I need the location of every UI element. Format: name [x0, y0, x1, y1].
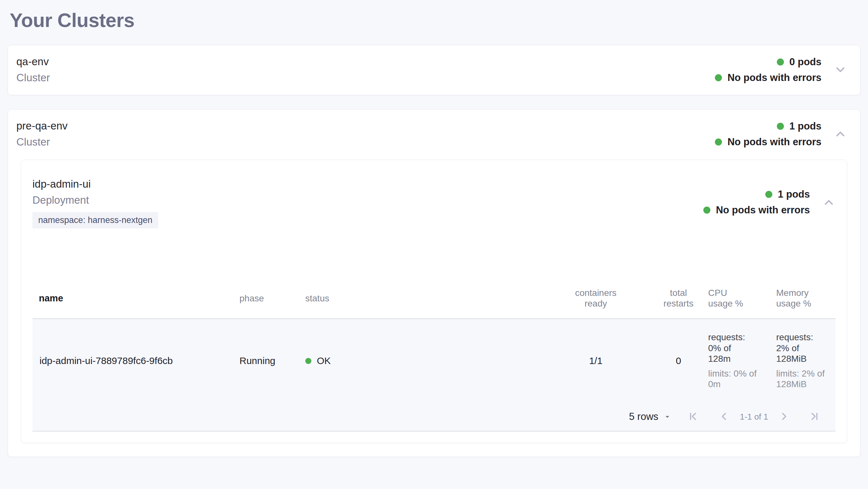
pod-containers-ready-cell: 1/1 — [543, 355, 649, 366]
rows-per-page-select[interactable]: 5 rows — [629, 411, 672, 423]
pods-count-status: 1 pods — [777, 119, 822, 134]
green-status-dot — [715, 139, 722, 146]
cluster-identity: pre-qa-env Cluster — [17, 118, 68, 150]
deployment-card-idp-admin-ui: idp-admin-ui Deployment namespace: harne… — [21, 160, 847, 443]
pods-table: name phase status containers ready total… — [32, 279, 836, 431]
table-pagination: 5 rows — [32, 403, 836, 431]
pods-errors-status: No pods with errors — [715, 70, 822, 85]
column-header-cpu-usage: CPU usage % — [708, 288, 776, 309]
cluster-name: pre-qa-env — [17, 118, 68, 134]
pod-memory-usage-cell: requests: 2% of 128MiB limits: 2% of 128… — [776, 332, 836, 390]
caret-down-icon — [663, 412, 672, 421]
cpu-limits: limits: 0% of 0m — [708, 368, 759, 390]
deployment-identity: idp-admin-ui Deployment namespace: harne… — [32, 176, 158, 228]
column-header-total-restarts: total restarts — [649, 288, 708, 309]
pod-status-cell: OK — [305, 355, 543, 366]
memory-requests: requests: 2% of 128MiB — [776, 332, 823, 364]
cpu-requests: requests: 0% of 128m — [708, 332, 755, 364]
deployment-name: idp-admin-ui — [32, 176, 158, 192]
pods-errors-label: No pods with errors — [727, 135, 822, 149]
cluster-status-summary: 1 pods No pods with errors — [715, 119, 822, 149]
chevron-up-icon[interactable] — [822, 196, 836, 209]
cluster-name: qa-env — [17, 54, 50, 70]
pagination-range-label: 1-1 of 1 — [740, 412, 768, 422]
pods-count-label: 0 pods — [789, 55, 822, 69]
previous-page-button[interactable] — [718, 410, 730, 424]
column-header-name: name — [32, 293, 240, 304]
pod-cpu-usage-cell: requests: 0% of 128m limits: 0% of 0m — [708, 332, 776, 390]
green-status-dot — [777, 58, 784, 65]
chevron-right-icon — [778, 410, 790, 424]
cluster-kind: Cluster — [17, 134, 68, 150]
chevron-down-icon[interactable] — [834, 63, 847, 77]
chevron-up-icon[interactable] — [834, 127, 847, 141]
deployment-kind: Deployment — [32, 192, 158, 208]
pods-count-status: 0 pods — [777, 55, 822, 69]
pods-count-label: 1 pods — [789, 119, 822, 134]
column-header-status: status — [305, 293, 543, 304]
pod-name-cell: idp-admin-ui-7889789fc6-9f6cb — [32, 355, 240, 366]
last-page-icon — [808, 410, 820, 424]
green-status-dot — [715, 74, 722, 81]
cluster-header-pre-qa-env[interactable]: pre-qa-env Cluster 1 pods No pods with e… — [8, 110, 860, 159]
pods-errors-label: No pods with errors — [727, 70, 822, 85]
pods-errors-label: No pods with errors — [716, 203, 810, 218]
chevron-left-icon — [718, 410, 730, 424]
first-page-icon — [687, 410, 700, 424]
pods-errors-status: No pods with errors — [703, 203, 810, 218]
cluster-card-pre-qa-env: pre-qa-env Cluster 1 pods No pods with e… — [8, 109, 860, 457]
column-header-memory-usage: Memory usage % — [776, 288, 836, 309]
green-status-dot — [703, 207, 710, 214]
pods-errors-status: No pods with errors — [715, 135, 822, 149]
pods-count-label: 1 pods — [778, 187, 810, 202]
column-header-phase: phase — [240, 293, 305, 304]
first-page-button[interactable] — [687, 410, 700, 424]
table-row: idp-admin-ui-7889789fc6-9f6cb Running OK… — [32, 319, 836, 403]
last-page-button[interactable] — [808, 410, 820, 424]
page-title: Your Clusters — [10, 9, 860, 31]
namespace-badge: namespace: harness-nextgen — [32, 212, 158, 228]
green-status-dot — [765, 191, 772, 198]
cluster-identity: qa-env Cluster — [17, 54, 50, 86]
column-header-containers-ready: containers ready — [543, 288, 649, 309]
next-page-button[interactable] — [778, 410, 790, 424]
pod-status-label: OK — [317, 355, 331, 366]
cluster-header-qa-env[interactable]: qa-env Cluster 0 pods No pods with error… — [8, 45, 860, 95]
pod-phase-cell: Running — [240, 355, 305, 366]
memory-limits: limits: 2% of 128MiB — [776, 368, 827, 390]
rows-per-page-value: 5 rows — [629, 411, 658, 423]
clusters-page: Your Clusters qa-env Cluster 0 pods No p… — [0, 0, 868, 462]
cluster-card-qa-env: qa-env Cluster 0 pods No pods with error… — [8, 45, 860, 95]
green-status-dot — [305, 358, 311, 364]
cluster-status-summary: 0 pods No pods with errors — [715, 55, 822, 85]
pod-total-restarts-cell: 0 — [649, 355, 708, 366]
green-status-dot — [777, 123, 784, 130]
deployment-header[interactable]: idp-admin-ui Deployment namespace: harne… — [32, 176, 836, 228]
cluster-kind: Cluster — [17, 70, 50, 86]
deployment-status-summary: 1 pods No pods with errors — [703, 187, 810, 218]
pods-table-header: name phase status containers ready total… — [32, 279, 836, 319]
pods-count-status: 1 pods — [765, 187, 810, 202]
